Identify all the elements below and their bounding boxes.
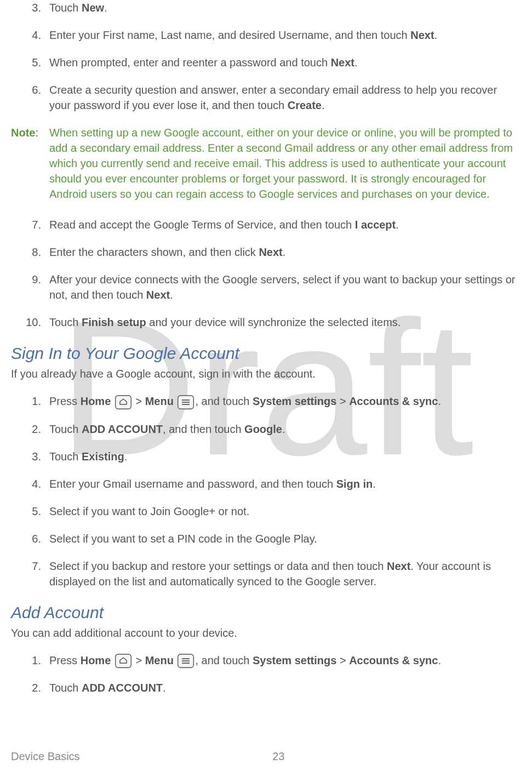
step-text: Read and accept the Google Terms of Serv… [49,217,521,232]
bold-text: Menu [145,654,174,666]
home-icon [115,654,131,668]
step-list-add: 1.Press Home > Menu , and touch System s… [11,653,521,696]
bold-text: Next [259,246,282,258]
list-item: 2.Touch ADD ACCOUNT. [11,680,521,695]
bold-text: Existing [82,450,124,463]
svg-rect-5 [116,654,131,668]
step-text: Enter your First name, Last name, and de… [49,27,521,43]
step-number: 10. [11,315,49,330]
step-number: 6. [11,82,49,113]
list-item: 7.Read and accept the Google Terms of Se… [11,217,521,232]
bold-text: Next [387,560,410,572]
list-item: 10.Touch Finish setup and your device wi… [11,315,521,330]
note-block: Note: When setting up a new Google accou… [11,125,521,202]
step-text: When prompted, enter and reenter a passw… [49,55,521,70]
step-list-a: 3.Touch New.4.Enter your First name, Las… [11,0,521,113]
list-item: 7.Select if you backup and restore your … [11,558,521,589]
list-item: 6.Select if you want to set a PIN code i… [11,531,521,546]
bold-text: Accounts & sync [349,654,438,666]
step-text: After your device connects with the Goog… [49,272,521,303]
step-text: Touch Existing. [49,449,521,464]
bold-text: New [82,2,104,14]
step-number: 2. [11,421,49,437]
menu-icon [178,654,194,668]
step-text: Touch ADD ACCOUNT. [49,680,521,695]
bold-text: Sign in [336,478,373,490]
bold-text: ADD ACCOUNT [82,682,163,694]
list-item: 6.Create a security question and answer,… [11,82,521,113]
step-number: 5. [11,504,49,519]
list-item: 8.Enter the characters shown, and then c… [11,244,521,260]
footer-page-number: 23 [36,749,521,764]
step-text: Select if you want to set a PIN code in … [49,531,521,546]
step-number: 1. [11,653,49,669]
heading-add-account: Add Account [11,601,521,624]
bold-text: Next [331,56,354,69]
bold-text: Home [81,654,111,666]
step-text: Press Home > Menu , and touch System set… [49,653,521,669]
page-content: 3.Touch New.4.Enter your First name, Las… [0,0,532,695]
list-item: 1.Press Home > Menu , and touch System s… [11,393,521,409]
list-item: 3.Touch New. [11,0,521,15]
list-item: 5.When prompted, enter and reenter a pas… [11,55,521,70]
home-icon [115,395,131,409]
step-text: Enter your Gmail username and password, … [49,476,521,492]
step-list-signin: 1.Press Home > Menu , and touch System s… [11,393,521,589]
step-number: 9. [11,272,49,303]
step-number: 5. [11,55,49,70]
step-text: Select if you backup and restore your se… [49,558,521,589]
step-list-b: 7.Read and accept the Google Terms of Se… [11,217,521,330]
bold-text: Next [146,289,170,301]
note-text: When setting up a new Google account, ei… [49,125,521,202]
lead-sign-in: If you already have a Google account, si… [11,366,521,381]
step-text: Create a security question and answer, e… [49,82,521,113]
page-footer: Device Basics 23 [11,749,521,764]
list-item: 4.Enter your First name, Last name, and … [11,27,521,43]
bold-text: Google [244,423,282,435]
step-number: 7. [11,217,49,232]
step-number: 4. [11,476,49,492]
list-item: 2.Touch ADD ACCOUNT, and then touch Goog… [11,421,521,437]
bold-text: Accounts & sync [349,395,438,407]
bold-text: Create [288,99,322,111]
step-number: 3. [11,0,49,15]
step-number: 3. [11,449,49,464]
bold-text: System settings [253,654,336,666]
step-number: 6. [11,531,49,546]
step-number: 8. [11,244,49,260]
bold-text: Home [81,395,111,407]
bold-text: Finish setup [82,316,146,328]
svg-rect-0 [116,395,131,409]
list-item: 1.Press Home > Menu , and touch System s… [11,653,521,669]
lead-add-account: You can add additional account to your d… [11,625,521,641]
bold-text: ADD ACCOUNT [82,423,163,435]
step-number: 4. [11,27,49,43]
bold-text: Next [410,29,434,41]
bold-text: System settings [253,395,336,407]
step-number: 7. [11,558,49,589]
heading-sign-in: Sign In to Your Google Account [11,342,521,365]
list-item: 9.After your device connects with the Go… [11,272,521,303]
step-number: 1. [11,393,49,409]
step-text: Touch ADD ACCOUNT, and then touch Google… [49,421,521,437]
note-label: Note: [11,125,49,202]
step-text: Enter the characters shown, and then cli… [49,244,521,260]
step-number: 2. [11,680,49,695]
step-text: Touch Finish setup and your device will … [49,315,521,330]
list-item: 3.Touch Existing. [11,449,521,464]
list-item: 5.Select if you want to Join Google+ or … [11,504,521,519]
step-text: Touch New. [49,0,521,15]
menu-icon [178,395,194,409]
bold-text: Menu [145,395,174,407]
list-item: 4.Enter your Gmail username and password… [11,476,521,492]
step-text: Select if you want to Join Google+ or no… [49,504,521,519]
step-text: Press Home > Menu , and touch System set… [49,393,521,409]
bold-text: I accept [355,219,396,231]
